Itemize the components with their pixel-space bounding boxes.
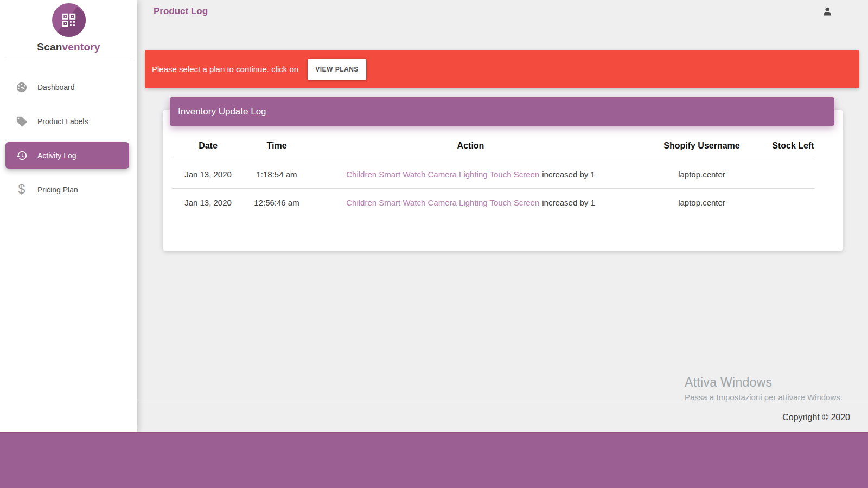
- watermark-title: Attiva Windows: [685, 375, 843, 390]
- history-icon: [15, 150, 28, 162]
- sidebar: Scanventory Dashboard: [0, 0, 137, 432]
- brand-divider: [5, 60, 132, 60]
- tag-icon: [15, 115, 28, 127]
- column-header-stock-left: Stock Left: [771, 126, 815, 160]
- main-content: Product Log Please select a plan to cont…: [137, 0, 868, 432]
- inventory-log-card: Date Time Action Shopify Username Stock …: [163, 110, 843, 251]
- sidebar-item-label: Activity Log: [37, 151, 76, 160]
- column-header-time: Time: [244, 126, 309, 160]
- cell-time: 12:56:46 am: [244, 189, 309, 217]
- action-suffix: increased by 1: [542, 198, 595, 207]
- sidebar-item-product-labels[interactable]: Product Labels: [0, 104, 137, 138]
- inventory-log-table: Date Time Action Shopify Username Stock …: [172, 126, 815, 216]
- product-link[interactable]: Children Smart Watch Camera Lighting Tou…: [346, 198, 539, 207]
- cell-stock-left: [771, 189, 815, 217]
- action-suffix: increased by 1: [542, 170, 595, 179]
- card-header: Inventory Update Log: [170, 97, 834, 126]
- watermark-subtitle: Passa a Impostazioni per attivare Window…: [685, 393, 843, 402]
- cell-action: Children Smart Watch Camera Lighting Tou…: [309, 189, 632, 217]
- brand-name-primary: Scan: [37, 41, 62, 53]
- sidebar-item-label: Product Labels: [37, 117, 88, 126]
- cell-date: Jan 13, 2020: [172, 160, 244, 189]
- windows-activation-watermark: Attiva Windows Passa a Impostazioni per …: [685, 375, 843, 402]
- page-title: Product Log: [154, 6, 208, 17]
- cell-action: Children Smart Watch Camera Lighting Tou…: [309, 160, 632, 189]
- sidebar-item-label: Pricing Plan: [37, 185, 78, 194]
- qr-code-icon: [52, 3, 86, 37]
- sidebar-item-pricing-plan[interactable]: $ Pricing Plan: [0, 172, 137, 207]
- sidebar-item-activity-log[interactable]: Activity Log: [5, 142, 129, 169]
- card-title: Inventory Update Log: [178, 106, 266, 117]
- copyright-text: Copyright © 2020: [782, 413, 850, 422]
- plan-alert-banner: Please select a plan to continue. click …: [145, 50, 859, 88]
- brand-name-accent: ventory: [62, 41, 100, 53]
- person-icon[interactable]: [822, 6, 833, 19]
- column-header-shopify-username: Shopify Username: [632, 126, 771, 160]
- sidebar-item-label: Dashboard: [37, 83, 75, 92]
- brand: Scanventory: [0, 0, 137, 53]
- brand-name: Scanventory: [0, 41, 137, 53]
- cell-shopify-username: laptop.center: [632, 189, 771, 217]
- table-header-row: Date Time Action Shopify Username Stock …: [172, 126, 815, 160]
- sidebar-nav: Dashboard Product Labels Activity Log $ …: [0, 70, 137, 207]
- sidebar-item-dashboard[interactable]: Dashboard: [0, 70, 137, 104]
- column-header-action: Action: [309, 126, 632, 160]
- column-header-date: Date: [172, 126, 244, 160]
- table-row: Jan 13, 2020 1:18:54 am Children Smart W…: [172, 160, 815, 189]
- cell-stock-left: [771, 160, 815, 189]
- cell-shopify-username: laptop.center: [632, 160, 771, 189]
- content-divider: [137, 402, 868, 402]
- dollar-icon: $: [15, 183, 28, 196]
- table-row: Jan 13, 2020 12:56:46 am Children Smart …: [172, 189, 815, 217]
- product-link[interactable]: Children Smart Watch Camera Lighting Tou…: [346, 170, 539, 179]
- alert-message: Please select a plan to continue. click …: [152, 65, 298, 74]
- cell-date: Jan 13, 2020: [172, 189, 244, 217]
- view-plans-button[interactable]: VIEW PLANS: [308, 59, 366, 80]
- cell-time: 1:18:54 am: [244, 160, 309, 189]
- gauge-icon: [15, 81, 28, 93]
- footer-bar: [0, 432, 868, 488]
